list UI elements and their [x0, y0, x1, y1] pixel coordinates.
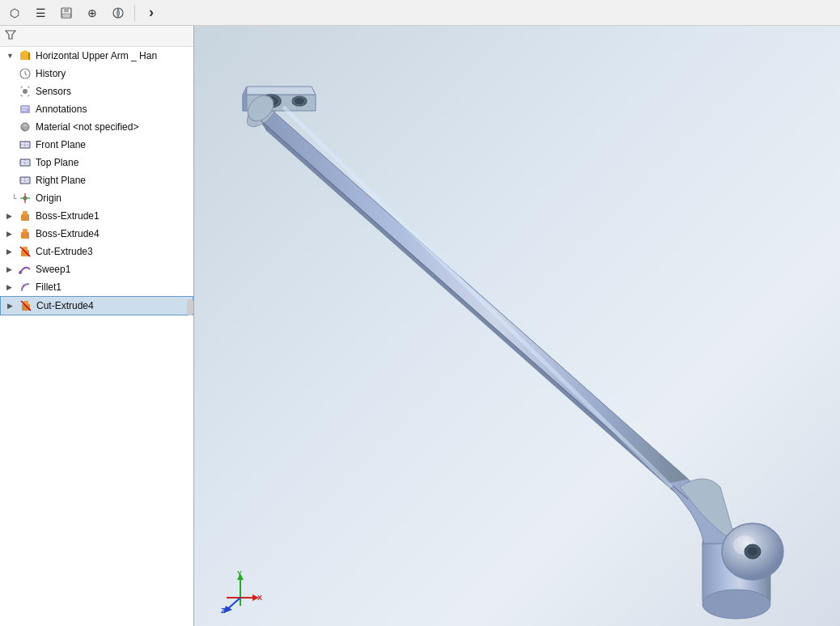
origin-icon [18, 191, 32, 205]
tree-item-sensors[interactable]: Sensors [0, 82, 193, 100]
tree-scroll-handle[interactable] [187, 299, 193, 315]
boss-extrude4-label: Boss-Extrude4 [36, 228, 100, 239]
viewport[interactable]: X Y Z [194, 26, 840, 626]
material-icon [18, 120, 32, 134]
part-3d-view [218, 66, 834, 626]
cut-extrude4-icon [19, 298, 33, 313]
sweep1-icon [18, 262, 32, 277]
main-content: ▼ Horizontal Upper Arm _ Han History [0, 26, 840, 626]
boss-extrude4-icon [18, 226, 32, 241]
feature-tree: ▼ Horizontal Upper Arm _ Han History [0, 26, 194, 626]
svg-point-42 [702, 590, 770, 619]
axis-indicator: X Y Z [218, 569, 259, 610]
sensors-label: Sensors [36, 86, 71, 97]
svg-point-11 [21, 123, 29, 131]
tree-item-cut-extrude3[interactable]: ▶ Cut-Extrude3 [0, 243, 193, 260]
boss-extrude1-label: Boss-Extrude1 [36, 210, 100, 222]
more-button[interactable]: › [140, 2, 163, 23]
filter-bar [0, 26, 193, 47]
top-plane-label: Top Plane [36, 157, 78, 168]
tree-item-material[interactable]: Material <not specified> [0, 118, 193, 136]
history-icon [18, 66, 32, 81]
svg-rect-23 [23, 211, 28, 216]
boss-extrude1-icon [18, 209, 32, 223]
tree-item-sweep1[interactable]: ▶ Sweep1 [0, 260, 193, 278]
svg-point-7 [23, 89, 28, 94]
right-plane-label: Right Plane [36, 175, 86, 186]
tree-item-origin[interactable]: └ Origin [0, 189, 193, 207]
svg-point-46 [748, 548, 757, 556]
top-plane-icon [18, 155, 32, 170]
filter-icon [5, 29, 16, 43]
target-button[interactable]: ⊕ [81, 2, 104, 23]
material-label: Material <not specified> [36, 121, 138, 133]
svg-point-29 [19, 271, 22, 274]
cut-extrude3-icon [18, 244, 32, 259]
svg-point-40 [295, 98, 304, 104]
expand-arrow-cut-extrude4: ▶ [7, 302, 19, 310]
origin-label: Origin [36, 192, 62, 204]
front-plane-label: Front Plane [36, 139, 86, 150]
svg-rect-2 [62, 14, 70, 18]
annotations-label: Annotations [36, 104, 87, 115]
expand-arrow-origin: └ [6, 194, 18, 202]
display-button[interactable] [107, 2, 129, 23]
right-plane-icon [18, 173, 32, 188]
expand-arrow-cut-extrude3: ▶ [6, 247, 18, 256]
svg-text:X: X [257, 594, 262, 602]
svg-marker-4 [6, 31, 15, 39]
tree-item-boss-extrude1[interactable]: ▶ Boss-Extrude1 [0, 207, 193, 225]
history-label: History [36, 68, 66, 79]
part-icon [18, 49, 32, 63]
fillet1-label: Fillet1 [36, 281, 62, 293]
svg-rect-8 [20, 105, 30, 113]
expand-arrow-boss-extrude4: ▶ [6, 230, 18, 238]
expand-arrow-boss-extrude1: ▶ [6, 212, 18, 220]
cut-extrude3-label: Cut-Extrude3 [36, 246, 93, 257]
part-icon-button[interactable]: ⬡ [3, 2, 26, 23]
cut-extrude4-label: Cut-Extrude4 [36, 300, 94, 311]
expand-arrow-fillet1: ▶ [6, 283, 18, 291]
tabs-button[interactable]: ☰ [29, 2, 52, 23]
tree-item-fillet1[interactable]: ▶ Fillet1 [0, 278, 193, 296]
fillet1-icon [18, 280, 32, 294]
top-toolbar: ⬡ ☰ ⊕ › [0, 0, 840, 26]
tree-item-part-root[interactable]: ▼ Horizontal Upper Arm _ Han [0, 47, 193, 65]
toolbar-separator [134, 5, 135, 21]
expand-arrow: ▼ [6, 52, 18, 60]
tree-item-annotations[interactable]: Annotations [0, 100, 193, 118]
tree-item-cut-extrude4[interactable]: ▶ Cut-Extrude4 [0, 296, 193, 315]
tree-item-right-plane[interactable]: Right Plane [0, 171, 193, 189]
svg-text:Z: Z [221, 607, 226, 614]
front-plane-icon [18, 137, 32, 152]
svg-rect-1 [64, 8, 69, 12]
tree-item-top-plane[interactable]: Top Plane [0, 154, 193, 171]
annotations-icon [18, 102, 32, 116]
save-button[interactable] [55, 2, 78, 23]
part-root-label: Horizontal Upper Arm _ Han [36, 50, 157, 61]
tree-item-boss-extrude4[interactable]: ▶ Boss-Extrude4 [0, 225, 193, 243]
sensors-icon [18, 84, 32, 99]
tree-item-history[interactable]: History [0, 65, 193, 82]
svg-text:Y: Y [237, 569, 242, 577]
expand-arrow-sweep1: ▶ [6, 265, 18, 273]
sweep1-label: Sweep1 [36, 264, 70, 275]
tree-item-front-plane[interactable]: Front Plane [0, 136, 193, 154]
svg-rect-25 [23, 229, 28, 234]
